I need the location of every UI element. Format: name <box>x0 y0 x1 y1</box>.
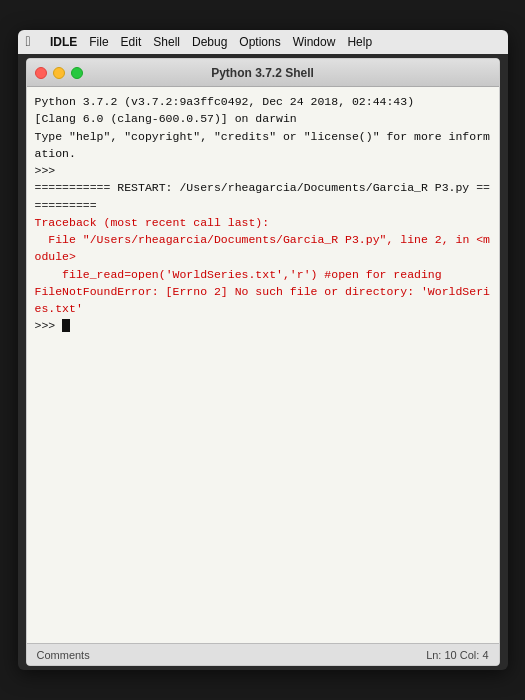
shell-line-7: File "/Users/rheagarcia/Documents/Garcia… <box>35 231 491 266</box>
window-title: Python 3.7.2 Shell <box>211 66 314 80</box>
traffic-lights <box>35 67 83 79</box>
close-button[interactable] <box>35 67 47 79</box>
statusbar: Comments Ln: 10 Col: 4 <box>27 643 499 665</box>
shell-line-5: =========== RESTART: /Users/rheagarcia/D… <box>35 179 491 214</box>
apple-icon:  <box>26 34 34 50</box>
menu-edit[interactable]: Edit <box>121 35 142 49</box>
menubar:  IDLE File Edit Shell Debug Options Win… <box>18 30 508 54</box>
minimize-button[interactable] <box>53 67 65 79</box>
cursor <box>62 319 70 332</box>
status-position: Ln: 10 Col: 4 <box>426 649 488 661</box>
idle-window: Python 3.7.2 Shell Python 3.7.2 (v3.7.2:… <box>26 58 500 666</box>
status-comments: Comments <box>37 649 90 661</box>
shell-line-9: FileNotFoundError: [Errno 2] No such fil… <box>35 283 491 318</box>
shell-line-2: [Clang 6.0 (clang-600.0.57)] on darwin <box>35 110 491 127</box>
menu-file[interactable]: File <box>89 35 108 49</box>
titlebar: Python 3.7.2 Shell <box>27 59 499 87</box>
menu-debug[interactable]: Debug <box>192 35 227 49</box>
menu-help[interactable]: Help <box>347 35 372 49</box>
shell-prompt-last[interactable]: >>> <box>35 317 491 334</box>
shell-line-4: >>> <box>35 162 491 179</box>
screen:  IDLE File Edit Shell Debug Options Win… <box>18 30 508 670</box>
shell-line-3: Type "help", "copyright", "credits" or "… <box>35 128 491 163</box>
menu-shell[interactable]: Shell <box>153 35 180 49</box>
menu-options[interactable]: Options <box>239 35 280 49</box>
shell-line-8: file_read=open('WorldSeries.txt','r') #o… <box>35 266 491 283</box>
menu-idle[interactable]: IDLE <box>50 35 77 49</box>
shell-output[interactable]: Python 3.7.2 (v3.7.2:9a3ffc0492, Dec 24 … <box>27 87 499 643</box>
menu-window[interactable]: Window <box>293 35 336 49</box>
shell-line-1: Python 3.7.2 (v3.7.2:9a3ffc0492, Dec 24 … <box>35 93 491 110</box>
maximize-button[interactable] <box>71 67 83 79</box>
shell-line-6: Traceback (most recent call last): <box>35 214 491 231</box>
